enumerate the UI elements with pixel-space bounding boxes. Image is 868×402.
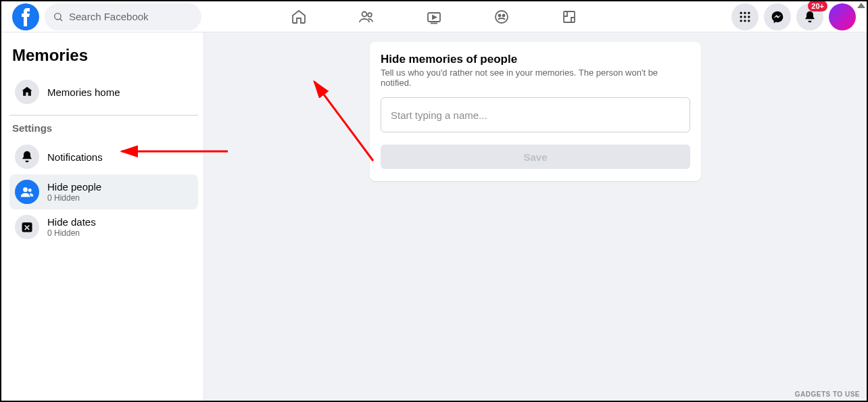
center-navigation (265, 1, 603, 32)
bell-icon (15, 145, 39, 169)
svg-point-19 (748, 20, 750, 22)
nav-friends[interactable] (333, 1, 400, 32)
scroll-indicator-icon (857, 3, 865, 8)
svg-point-14 (740, 16, 742, 18)
card-title: Hide memories of people (381, 53, 690, 66)
sidebar-notifications[interactable]: Notifications (9, 139, 198, 174)
sidebar-item-label: Hide people (47, 181, 101, 193)
svg-point-3 (362, 11, 367, 16)
nav-watch[interactable] (400, 1, 468, 32)
svg-point-7 (496, 11, 508, 23)
sidebar-item-sublabel: 0 Hidden (47, 193, 101, 203)
sidebar-hide-people[interactable]: Hide people 0 Hidden (9, 174, 198, 209)
notification-badge: 20+ (808, 1, 827, 11)
divider (9, 115, 198, 116)
annotation-arrow-icon (309, 76, 377, 164)
top-navigation: 20+ (1, 1, 867, 32)
main-content: Hide memories of people Tell us who you'… (204, 32, 867, 401)
svg-point-11 (740, 11, 742, 14)
sidebar-memories-home[interactable]: Memories home (9, 74, 198, 109)
hide-people-card: Hide memories of people Tell us who you'… (370, 42, 701, 181)
notifications-button[interactable]: 20+ (796, 3, 823, 30)
right-navigation: 20+ (731, 3, 856, 30)
name-input[interactable] (381, 97, 690, 132)
search-input[interactable] (69, 11, 193, 22)
facebook-logo[interactable] (12, 3, 39, 30)
svg-point-13 (748, 11, 750, 14)
menu-button[interactable] (731, 3, 758, 30)
sidebar-hide-dates[interactable]: Hide dates 0 Hidden (9, 209, 198, 245)
svg-point-9 (503, 14, 505, 16)
watermark: GADGETS TO USE (795, 391, 860, 398)
svg-point-17 (740, 20, 742, 22)
svg-line-23 (314, 82, 373, 161)
sidebar-item-sublabel: 0 Hidden (47, 228, 96, 238)
svg-point-8 (499, 14, 501, 16)
svg-point-12 (744, 11, 746, 14)
page-title: Memories (12, 46, 195, 65)
home-icon (15, 80, 39, 104)
svg-point-1 (55, 13, 61, 19)
save-button[interactable]: Save (381, 145, 690, 169)
settings-heading: Settings (12, 122, 195, 134)
calendar-x-icon (15, 215, 39, 239)
svg-point-15 (744, 16, 746, 18)
messenger-button[interactable] (764, 3, 791, 30)
svg-rect-10 (564, 11, 575, 22)
profile-avatar[interactable] (829, 3, 856, 30)
people-icon (15, 180, 39, 204)
search-container[interactable] (45, 3, 201, 30)
sidebar-item-label: Memories home (47, 86, 120, 98)
sidebar-item-label: Notifications (47, 151, 103, 163)
card-description: Tell us who you'd rather not see in your… (381, 68, 690, 88)
svg-line-2 (60, 18, 62, 20)
svg-point-4 (368, 13, 372, 17)
nav-gaming[interactable] (535, 1, 603, 32)
nav-groups[interactable] (468, 1, 535, 32)
sidebar-item-label: Hide dates (47, 216, 96, 228)
nav-home[interactable] (265, 1, 333, 32)
sidebar: Memories Memories home Settings Notifica… (1, 32, 204, 401)
search-icon (53, 11, 64, 22)
svg-point-18 (744, 20, 746, 22)
svg-point-21 (28, 189, 32, 192)
svg-point-20 (23, 187, 28, 192)
svg-point-16 (748, 16, 750, 18)
